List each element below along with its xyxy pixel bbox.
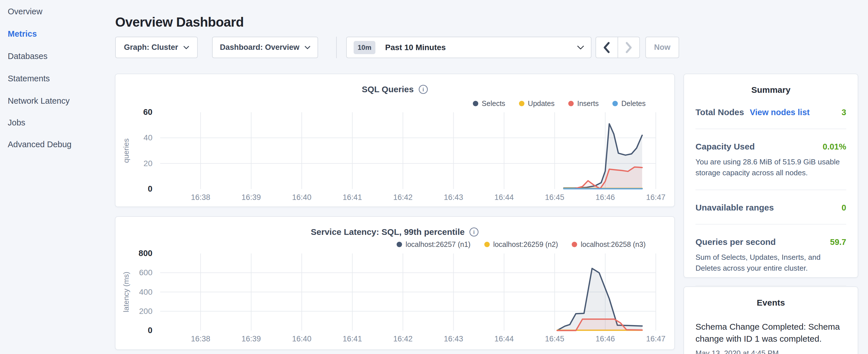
svg-text:queries: queries: [122, 138, 130, 163]
legend-dot-icon: [473, 101, 478, 106]
sidebar-item-jobs[interactable]: Jobs: [8, 118, 25, 127]
svg-text:i: i: [423, 87, 424, 93]
sidebar-item-databases[interactable]: Databases: [8, 52, 48, 61]
svg-text:200: 200: [139, 307, 152, 316]
summary-row: Unavailable ranges0: [695, 203, 846, 213]
chart-title-row: SQL Queriesi: [116, 85, 674, 94]
chart-title-row: Service Latency: SQL, 99th percentilei: [116, 227, 674, 237]
now-button[interactable]: Now: [645, 37, 679, 58]
svg-text:16:45: 16:45: [545, 334, 564, 343]
legend-item-localhost-26258-n3-[interactable]: localhost:26258 (n3): [572, 240, 646, 249]
svg-text:400: 400: [139, 288, 152, 296]
svg-text:40: 40: [144, 133, 152, 142]
legend-item-localhost-26257-n1-[interactable]: localhost:26257 (n1): [397, 240, 470, 249]
summary-panel: Summary Total NodesView nodes list3Capac…: [683, 74, 858, 278]
svg-text:800: 800: [139, 249, 152, 258]
events-title: Events: [684, 287, 858, 308]
svg-text:16:38: 16:38: [191, 193, 210, 202]
dashboard-dropdown[interactable]: Dashboard: Overview: [212, 37, 318, 58]
page-title: Overview Dashboard: [115, 14, 244, 30]
svg-text:16:39: 16:39: [242, 193, 261, 202]
summary-divider: [695, 285, 846, 286]
chevron-down-icon: [577, 45, 584, 50]
svg-text:600: 600: [139, 268, 152, 277]
chart-legend: SelectsUpdatesInsertsDeletes: [473, 99, 646, 108]
svg-text:16:46: 16:46: [595, 334, 615, 343]
sidebar-item-statements[interactable]: Statements: [8, 74, 50, 83]
svg-text:16:46: 16:46: [595, 193, 615, 202]
summary-title: Summary: [684, 74, 858, 95]
svg-text:16:47: 16:47: [646, 193, 666, 202]
time-next-button[interactable]: [618, 37, 640, 58]
chevron-left-icon: [603, 42, 610, 53]
summary-divider: [695, 224, 846, 225]
chevron-down-icon: [183, 46, 189, 49]
summary-row-value: 0.01%: [823, 142, 846, 152]
time-range-dropdown[interactable]: 10m Past 10 Minutes: [346, 37, 591, 58]
summary-row-value: 59.7: [830, 237, 846, 247]
time-prev-button[interactable]: [596, 37, 618, 58]
main-content: Overview Dashboard Graph: Cluster Dashbo…: [115, 0, 868, 354]
svg-text:0: 0: [148, 184, 152, 193]
events-panel: Events Schema Change Completed: Schema c…: [683, 286, 858, 354]
view-nodes-list-link[interactable]: View nodes list: [750, 108, 810, 117]
svg-text:16:38: 16:38: [191, 334, 210, 343]
summary-row-value: 3: [842, 108, 846, 117]
legend-label: Deletes: [621, 99, 646, 108]
info-icon[interactable]: i: [469, 227, 479, 237]
summary-divider: [695, 190, 846, 190]
legend-dot-icon: [568, 101, 574, 106]
legend-label: localhost:26259 (n2): [493, 240, 558, 249]
legend-dot-icon: [612, 101, 618, 106]
summary-row-label: Unavailable ranges: [695, 203, 774, 213]
chart-title: SQL Queries: [362, 85, 413, 94]
dashboard-label: Dashboard: Overview: [220, 43, 300, 52]
summary-row: Queries per second59.7: [695, 237, 846, 247]
summary-row-label: Total Nodes: [695, 107, 744, 117]
legend-item-selects[interactable]: Selects: [473, 99, 505, 108]
graph-scope-dropdown[interactable]: Graph: Cluster: [115, 37, 198, 58]
svg-text:0: 0: [148, 326, 152, 335]
time-step-buttons: [595, 37, 640, 58]
svg-text:16:42: 16:42: [393, 193, 413, 202]
sidebar-item-metrics[interactable]: Metrics: [8, 29, 37, 39]
legend-label: Selects: [482, 99, 505, 108]
summary-row-label: Queries per second: [695, 237, 776, 247]
service-latency-chart-card: 16:3816:3916:4016:4116:4216:4316:4416:45…: [115, 216, 675, 350]
legend-item-deletes[interactable]: Deletes: [612, 99, 646, 108]
svg-text:16:45: 16:45: [545, 193, 564, 202]
chevron-right-icon: [625, 42, 632, 53]
summary-row-label: Capacity Used: [695, 142, 755, 152]
legend-item-localhost-26259-n2-[interactable]: localhost:26259 (n2): [484, 240, 558, 249]
svg-text:16:40: 16:40: [292, 193, 311, 202]
legend-dot-icon: [572, 242, 577, 247]
svg-text:16:43: 16:43: [444, 334, 463, 343]
sidebar-item-network-latency[interactable]: Network Latency: [8, 96, 70, 106]
legend-dot-icon: [519, 101, 524, 106]
summary-row: Capacity Used0.01%: [695, 142, 846, 152]
legend-dot-icon: [397, 242, 402, 247]
sidebar-item-overview[interactable]: Overview: [8, 7, 42, 16]
legend-label: localhost:26258 (n3): [581, 240, 646, 249]
svg-text:20: 20: [144, 159, 152, 168]
svg-text:16:42: 16:42: [393, 334, 413, 343]
svg-text:16:43: 16:43: [444, 193, 463, 202]
summary-row-description: You are using 28.6 MiB of 515.9 GiB usab…: [695, 157, 846, 178]
sql-queries-chart-card: 16:3816:3916:4016:4116:4216:4316:4416:45…: [115, 74, 675, 207]
sidebar-item-advanced-debug[interactable]: Advanced Debug: [8, 140, 72, 149]
legend-item-inserts[interactable]: Inserts: [568, 99, 599, 108]
svg-text:16:39: 16:39: [242, 334, 261, 343]
legend-item-updates[interactable]: Updates: [519, 99, 555, 108]
svg-text:16:40: 16:40: [292, 334, 311, 343]
svg-text:16:41: 16:41: [343, 193, 362, 202]
svg-text:16:44: 16:44: [494, 334, 514, 343]
legend-label: Inserts: [577, 99, 599, 108]
graph-scope-label: Graph: Cluster: [124, 43, 178, 52]
info-icon[interactable]: i: [418, 85, 428, 94]
svg-text:16:44: 16:44: [494, 193, 514, 202]
svg-text:latency (ms): latency (ms): [122, 272, 130, 313]
legend-label: Updates: [528, 99, 555, 108]
chart-title: Service Latency: SQL, 99th percentile: [311, 227, 465, 237]
time-range-badge: 10m: [353, 41, 375, 54]
svg-text:16:47: 16:47: [646, 334, 666, 343]
